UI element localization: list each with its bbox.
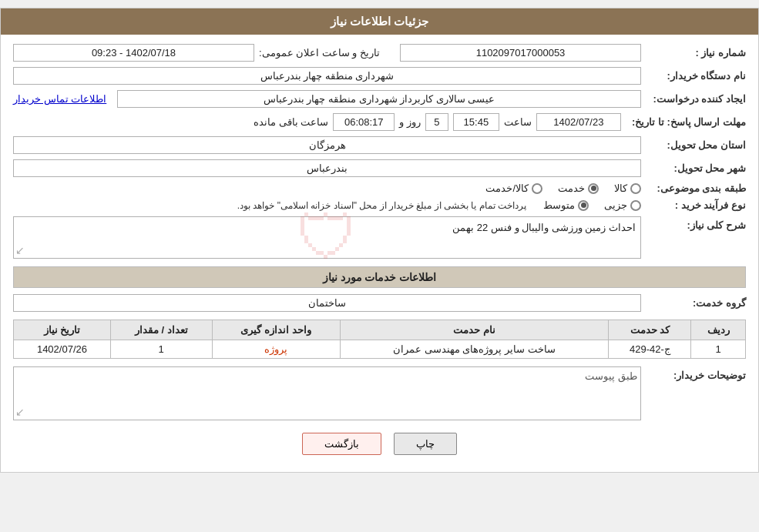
mohlat-label: مهلت ارسال پاسخ: تا تاریخ: — [626, 116, 746, 128]
page-title: جزئیات اطلاعات نیاز — [331, 15, 428, 28]
ostan-label: استان محل تحویل: — [646, 139, 746, 151]
row-ostan: استان محل تحویل: هرمزگان — [13, 136, 746, 154]
mohlat-remaining-label: ساعت باقی مانده — [254, 116, 328, 128]
shomara-niaz-value: 1102097017000053 — [400, 44, 641, 62]
row-shomara-tarikh: شماره نیاز : 1102097017000053 تاریخ و سا… — [13, 44, 746, 62]
row-sharh-koli: شرح کلی نیاز: 🛡 احداث زمین ورزشی والیبال… — [13, 216, 746, 259]
section-header-khedamat: اطلاعات خدمات مورد نیاز — [13, 266, 746, 288]
table-header-row: ردیف کد حدمت نام حدمت واحد اندازه گیری ت… — [14, 320, 746, 340]
ijad-konanda-value: عیسی سالاری کاربرداز شهرداری منطقه چهار … — [117, 90, 641, 108]
row-nooe-farayand: نوع فرآیند خرید : جزیی متوسط پرداخت تمام… — [13, 199, 746, 211]
mohlat-day: 5 — [425, 113, 448, 131]
radio-label-mottavassat: متوسط — [543, 199, 575, 211]
ettelaat-tamas-link[interactable]: اطلاعات تماس خریدار — [13, 93, 113, 105]
btn-chap[interactable]: چاپ — [394, 433, 457, 455]
mohlat-date: 1402/07/23 — [536, 113, 621, 131]
shahr-label: شهر محل تحویل: — [646, 162, 746, 174]
tozihat-placeholder: طبق پیوست — [585, 370, 637, 382]
radio-dot-mottavassat — [578, 200, 589, 211]
page-wrapper: جزئیات اطلاعات نیاز شماره نیاز : 1102097… — [0, 8, 759, 473]
mohlat-time-label: ساعت — [504, 116, 532, 128]
name-dasgah-label: نام دستگاه خریدار: — [646, 70, 746, 82]
radio-kala[interactable]: کالا — [614, 182, 641, 194]
cell-name: ساخت سایر پروژه‌های مهندسی عمران — [340, 340, 609, 359]
services-table: ردیف کد حدمت نام حدمت واحد اندازه گیری ت… — [13, 320, 746, 359]
col-tedad: تعداد / مقدار — [110, 320, 212, 340]
tozihat-label: توضیحات خریدار: — [646, 366, 746, 381]
sharh-koli-value: احداث زمین ورزشی والیبال و فنس 22 بهمن — [452, 222, 636, 233]
col-vahed: واحد اندازه گیری — [212, 320, 340, 340]
shomara-niaz-label: شماره نیاز : — [646, 47, 746, 59]
radio-jozii[interactable]: جزیی — [604, 199, 641, 211]
radio-dot-kala-khedmat — [532, 183, 542, 194]
cell-radif: 1 — [691, 340, 746, 359]
sharh-koli-label: شرح کلی نیاز: — [646, 216, 746, 231]
col-radif: ردیف — [691, 320, 746, 340]
radio-khedmat[interactable]: خدمت — [558, 182, 599, 194]
radio-label-khedmat: خدمت — [558, 182, 585, 194]
cell-tedad: 1 — [110, 340, 212, 359]
cell-vahed: پروژه — [212, 340, 340, 359]
resize-arrow-tozihat: ↙ — [15, 406, 25, 418]
tarikh-label: تاریخ و ساعت اعلان عمومی: — [259, 47, 380, 59]
cell-kod: ج-42-429 — [609, 340, 691, 359]
nooe-radio-group: جزیی متوسط — [543, 199, 641, 211]
ostan-value: هرمزگان — [13, 136, 641, 154]
col-kod: کد حدمت — [609, 320, 691, 340]
radio-dot-khedmat — [588, 183, 599, 194]
col-tarikh: تاریخ نیاز — [14, 320, 111, 340]
radio-kala-khedmat[interactable]: کالا/خدمت — [485, 182, 542, 194]
section-title-text: اطلاعات خدمات مورد نیاز — [323, 271, 437, 283]
mohlat-day-label: روز و — [399, 116, 421, 128]
shahr-value: بندرعباس — [13, 159, 641, 177]
button-area: چاپ بازگشت — [13, 433, 746, 455]
tabaqe-radio-group: کالا خدمت کالا/خدمت — [485, 182, 641, 194]
gorooh-khedmat-value: ساختمان — [13, 294, 641, 312]
radio-label-kala: کالا — [614, 182, 627, 194]
content-area: شماره نیاز : 1102097017000053 تاریخ و سا… — [1, 35, 758, 472]
radio-dot-jozii — [630, 200, 641, 211]
table-section: ردیف کد حدمت نام حدمت واحد اندازه گیری ت… — [13, 320, 746, 359]
row-tabaqe: طبقه بندی موضوعی: کالا خدمت کالا/خدمت — [13, 182, 746, 194]
nooe-farayand-label: نوع فرآیند خرید : — [646, 199, 746, 211]
row-tozihat: توضیحات خریدار: طبق پیوست ↙ — [13, 366, 746, 420]
resize-arrow: ↙ — [15, 244, 25, 256]
ijad-konanda-label: ایجاد کننده درخواست: — [646, 93, 746, 105]
cell-tarikh: 1402/07/26 — [14, 340, 111, 359]
radio-label-jozii: جزیی — [604, 199, 627, 211]
tozihat-wrapper: طبق پیوست ↙ — [13, 366, 641, 420]
watermark-shield: 🛡 — [297, 202, 358, 273]
tarikh-value: 1402/07/18 - 09:23 — [13, 44, 254, 62]
name-dasgah-value: شهرداری منطقه چهار بندرعباس — [13, 67, 641, 85]
row-gorooh-khedmat: گروه خدمت: ساختمان — [13, 294, 746, 312]
gorooh-khedmat-label: گروه خدمت: — [646, 297, 746, 309]
row-mohlat: مهلت ارسال پاسخ: تا تاریخ: 1402/07/23 سا… — [13, 113, 746, 131]
nooe-farayand-note: پرداخت تمام یا بخشی از مبلغ خریدار از مح… — [237, 200, 526, 211]
mohlat-time: 15:45 — [453, 113, 499, 131]
page-header: جزئیات اطلاعات نیاز — [1, 8, 758, 35]
radio-label-kala-khedmat: کالا/خدمت — [485, 182, 529, 194]
row-name-dasgah: نام دستگاه خریدار: شهرداری منطقه چهار بن… — [13, 67, 746, 85]
row-ijad-konanda: ایجاد کننده درخواست: عیسی سالاری کاربردا… — [13, 90, 746, 108]
row-shahr: شهر محل تحویل: بندرعباس — [13, 159, 746, 177]
radio-mottavassat[interactable]: متوسط — [543, 199, 589, 211]
tozihat-box: طبق پیوست ↙ — [13, 366, 641, 420]
tabaqe-label: طبقه بندی موضوعی: — [646, 182, 746, 194]
col-name: نام حدمت — [340, 320, 609, 340]
table-row: 1 ج-42-429 ساخت سایر پروژه‌های مهندسی عم… — [14, 340, 746, 359]
btn-bazgasht[interactable]: بازگشت — [302, 433, 381, 455]
mohlat-remaining: 06:08:17 — [333, 113, 395, 131]
radio-dot-kala — [630, 183, 641, 194]
